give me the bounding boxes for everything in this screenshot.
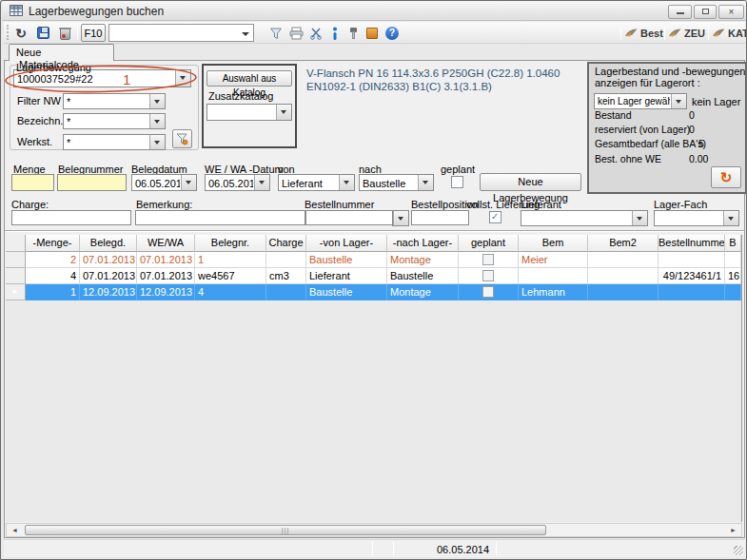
- delete-button[interactable]: [54, 24, 75, 42]
- cell-bem2[interactable]: [588, 252, 659, 268]
- cut-button[interactable]: [307, 24, 324, 42]
- chevron-down-icon[interactable]: [181, 175, 196, 190]
- menge-field[interactable]: [14, 175, 51, 190]
- chevron-down-icon[interactable]: [393, 211, 408, 225]
- resize-grip[interactable]: [734, 546, 743, 555]
- cell-bem[interactable]: Lehmann: [519, 284, 588, 300]
- cell-nach-lager[interactable]: Montage: [387, 252, 459, 268]
- cell-von-lager[interactable]: Baustelle: [306, 252, 387, 268]
- cell-belegd[interactable]: 07.01.2013: [80, 268, 137, 284]
- print-button[interactable]: [287, 24, 305, 42]
- cell-geplant[interactable]: [459, 268, 519, 284]
- maximize-button[interactable]: [694, 5, 717, 19]
- material-filter-button[interactable]: [172, 129, 192, 148]
- best-button[interactable]: Best: [625, 24, 663, 42]
- von-combobox[interactable]: Lieferant: [278, 174, 355, 191]
- cell-bem[interactable]: [519, 268, 588, 284]
- bemerkung-input[interactable]: [135, 210, 305, 225]
- grid-row-2[interactable]: 4 07.01.2013 07.01.2013 we4567 cm3 Liefe…: [6, 268, 741, 284]
- charge-input[interactable]: [11, 210, 131, 225]
- column-header-bem[interactable]: Bem: [519, 235, 588, 252]
- column-header-nach-lager[interactable]: -nach Lager-: [387, 235, 459, 252]
- cell-charge[interactable]: [266, 284, 306, 300]
- row-selector-cell[interactable]: [6, 268, 26, 284]
- chevron-down-icon[interactable]: [418, 175, 433, 190]
- chevron-down-icon[interactable]: [254, 175, 269, 190]
- title-bar[interactable]: Lagerbewegungen buchen ×: [2, 1, 747, 21]
- cell-menge[interactable]: 4: [26, 268, 80, 284]
- toolbar-grip[interactable]: [7, 25, 9, 40]
- cell-geplant[interactable]: [459, 252, 519, 268]
- cell-nach-lager[interactable]: Montage: [387, 284, 459, 300]
- cell-menge[interactable]: 1: [26, 284, 80, 300]
- chevron-down-icon[interactable]: [149, 94, 165, 108]
- refresh-button[interactable]: ↻: [10, 24, 31, 42]
- row-selector-cell[interactable]: [6, 252, 26, 268]
- cell-bem2[interactable]: [588, 284, 659, 300]
- belegnummer-field[interactable]: [60, 175, 124, 190]
- cell-bestellnummer[interactable]: [659, 284, 725, 300]
- column-header-von-lager[interactable]: -von Lager-: [306, 235, 387, 252]
- column-header-belegd[interactable]: Belegd.: [80, 235, 137, 252]
- cell-wewa[interactable]: 12.09.2013: [137, 284, 195, 300]
- geplant-checkbox[interactable]: [451, 176, 463, 188]
- column-header-bem2[interactable]: Bem2: [588, 235, 659, 252]
- chevron-down-icon[interactable]: [632, 211, 647, 225]
- column-header-bestellnummer[interactable]: Bestellnummer: [659, 235, 725, 252]
- horizontal-scrollbar[interactable]: ◄ ||| ►: [6, 523, 742, 537]
- chevron-down-icon[interactable]: [149, 114, 165, 128]
- vollst-lieferung-checkbox[interactable]: [489, 211, 501, 223]
- chevron-down-icon[interactable]: [671, 94, 686, 108]
- cell-bestellnummer[interactable]: 49/123461/1: [659, 268, 725, 284]
- bestellposition-input[interactable]: [411, 210, 469, 225]
- charge-field[interactable]: [14, 211, 128, 224]
- chevron-down-icon[interactable]: [723, 211, 738, 225]
- menge-input[interactable]: [11, 174, 54, 191]
- cell-belegnr[interactable]: 4: [195, 284, 266, 300]
- cell-von-lager[interactable]: Baustelle: [306, 284, 387, 300]
- cell-geplant[interactable]: [459, 284, 519, 300]
- tab-neue-lagerbewegung[interactable]: Neue Lagerbewegung: [9, 44, 114, 61]
- lieferant-combobox[interactable]: [521, 210, 648, 226]
- cell-charge[interactable]: [266, 252, 306, 268]
- geplant-checkbox[interactable]: [482, 254, 494, 265]
- column-header-bestellpos[interactable]: B: [725, 235, 741, 252]
- belegdatum-combobox[interactable]: 06.05.2014: [131, 174, 197, 191]
- column-header-geplant[interactable]: geplant: [459, 235, 519, 252]
- bestellnummer-input[interactable]: [305, 210, 393, 225]
- neue-lagerbewegung-button[interactable]: Neue Lagerbewegung: [480, 173, 581, 191]
- column-header-wewa[interactable]: WE/WA: [137, 235, 195, 252]
- grid-row-3-selected[interactable]: ► 1 12.09.2013 12.09.2013 4 Baustelle Mo…: [6, 284, 741, 300]
- grid-row-1[interactable]: 2 07.01.2013 07.01.2013 1 Baustelle Mont…: [6, 252, 741, 268]
- toolbar-search-input[interactable]: [111, 26, 235, 40]
- stock-refresh-button[interactable]: ↻: [711, 166, 741, 188]
- archive-button[interactable]: [364, 24, 380, 42]
- cell-nach-lager[interactable]: Baustelle: [387, 268, 459, 284]
- stamp-button[interactable]: [346, 24, 360, 42]
- chevron-down-icon[interactable]: [276, 105, 291, 120]
- grid-corner-cell[interactable]: [6, 235, 26, 252]
- wewa-datum-combobox[interactable]: 06.05.2014: [205, 174, 270, 191]
- chevron-down-icon[interactable]: [242, 32, 249, 36]
- zusatzkatalog-combobox[interactable]: [206, 104, 292, 121]
- row-selector-cell-current[interactable]: ►: [6, 284, 26, 300]
- column-header-menge[interactable]: -Menge-: [26, 235, 80, 252]
- zeu-button[interactable]: ZEU: [669, 24, 705, 42]
- scroll-right-button[interactable]: ►: [726, 525, 740, 535]
- cell-bestellpos[interactable]: [725, 284, 741, 300]
- cell-von-lager[interactable]: Lieferant: [306, 268, 387, 284]
- close-button[interactable]: ×: [718, 5, 744, 19]
- geplant-checkbox[interactable]: [482, 270, 494, 281]
- chevron-down-icon[interactable]: [339, 175, 354, 190]
- lager-fach-combobox[interactable]: [654, 210, 739, 226]
- cell-wewa[interactable]: 07.01.2013: [137, 252, 195, 268]
- filter-nw-combobox[interactable]: *: [63, 93, 166, 109]
- cell-bem[interactable]: Meier: [519, 252, 588, 268]
- cell-belegd[interactable]: 12.09.2013: [80, 284, 137, 300]
- cell-belegnr[interactable]: we4567: [195, 268, 266, 284]
- cell-charge[interactable]: cm3: [266, 268, 306, 284]
- filter-button[interactable]: [267, 24, 285, 42]
- bestellnummer-dropdown-button[interactable]: [392, 210, 409, 226]
- toolbar-search-combobox[interactable]: [108, 24, 254, 42]
- scrollbar-thumb[interactable]: |||: [25, 525, 546, 535]
